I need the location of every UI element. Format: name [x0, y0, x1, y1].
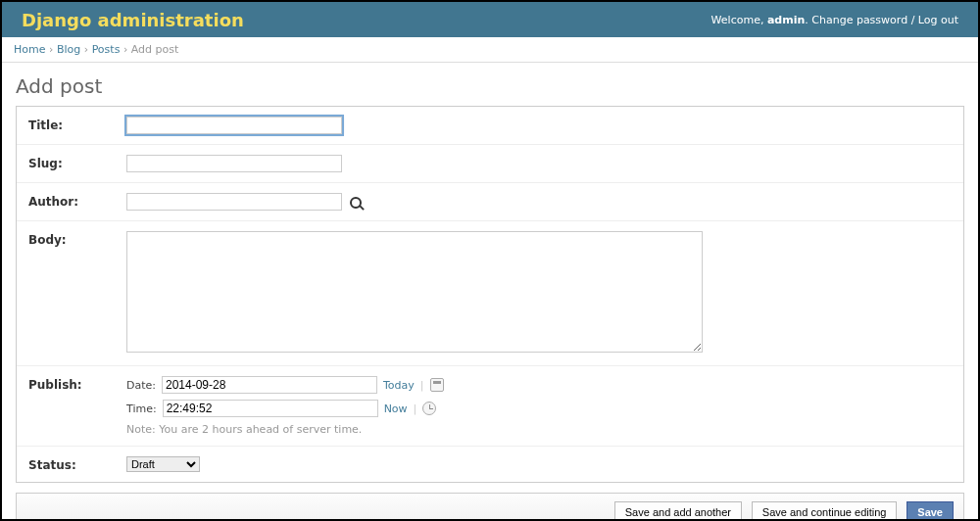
calendar-icon[interactable]: [430, 378, 444, 392]
now-link[interactable]: Now: [384, 403, 408, 415]
slug-label: Slug:: [28, 155, 126, 170]
date-input[interactable]: [162, 376, 377, 394]
page-title: Add post: [16, 74, 964, 98]
author-input[interactable]: [126, 193, 342, 211]
slug-input[interactable]: [126, 155, 342, 172]
site-name: Django administration: [22, 10, 244, 30]
breadcrumb-home[interactable]: Home: [14, 43, 45, 56]
breadcrumb: Home › Blog › Posts › Add post: [2, 37, 978, 63]
timezone-note: Note: You are 2 hours ahead of server ti…: [126, 423, 952, 436]
today-link[interactable]: Today: [383, 379, 415, 392]
username: admin: [767, 14, 805, 26]
separator: /: [911, 14, 918, 26]
date-sublabel: Date:: [126, 379, 156, 392]
clock-icon[interactable]: [422, 402, 436, 415]
row-author: Author:: [17, 183, 963, 221]
submit-row: [16, 493, 964, 521]
change-password-link[interactable]: Change password: [811, 14, 907, 26]
save-add-another-button[interactable]: [614, 501, 742, 521]
row-body: Body:: [17, 221, 963, 366]
row-status: Status: Draft: [17, 447, 963, 482]
time-input[interactable]: [163, 400, 378, 417]
breadcrumb-current: Add post: [131, 43, 179, 56]
body-textarea[interactable]: [126, 231, 703, 353]
user-tools: Welcome, admin. Change password / Log ou…: [711, 14, 958, 26]
row-publish: Publish: Date: Today | Time: Now |: [17, 366, 963, 447]
breadcrumb-app[interactable]: Blog: [57, 43, 80, 56]
search-icon[interactable]: [350, 197, 362, 209]
publish-label: Publish:: [28, 376, 126, 392]
logout-link[interactable]: Log out: [918, 14, 958, 26]
row-slug: Slug:: [17, 145, 963, 183]
time-sublabel: Time:: [126, 403, 157, 415]
breadcrumb-sep: ›: [49, 43, 57, 56]
form-module: Title: Slug: Author:: [16, 106, 964, 483]
title-input[interactable]: [126, 117, 342, 134]
welcome-prefix: Welcome,: [711, 14, 767, 26]
breadcrumb-sep: ›: [123, 43, 131, 56]
status-label: Status:: [28, 456, 126, 472]
title-label: Title:: [28, 117, 126, 132]
status-select[interactable]: Draft: [126, 456, 200, 472]
admin-header: Django administration Welcome, admin. Ch…: [2, 2, 978, 37]
author-label: Author:: [28, 193, 126, 209]
content: Add post Title: Slug: Author:: [2, 63, 978, 521]
body-label: Body:: [28, 231, 126, 247]
breadcrumb-sep: ›: [84, 43, 92, 56]
breadcrumb-model[interactable]: Posts: [92, 43, 121, 56]
row-title: Title:: [17, 107, 963, 145]
save-continue-button[interactable]: [752, 501, 898, 521]
save-button[interactable]: [906, 501, 954, 521]
